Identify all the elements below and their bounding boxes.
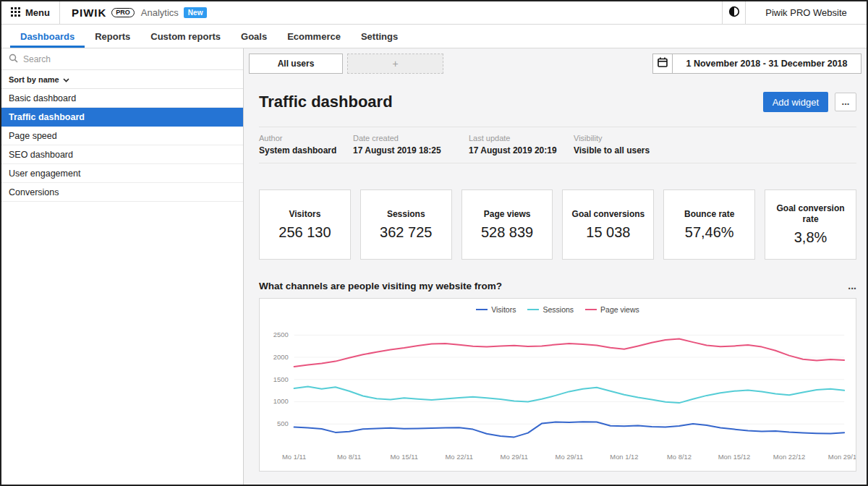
meta-value: System dashboard xyxy=(259,145,353,155)
dashboard-header: Traffic dashboard Add widget ... xyxy=(259,92,856,112)
sort-label: Sort by name xyxy=(9,75,59,84)
kpi-label: Goal conversions xyxy=(572,209,645,220)
meta-label: Author xyxy=(259,134,353,142)
kpi-card-bounce-rate: Bounce rate 57,46% xyxy=(663,189,755,260)
kpi-cards: Visitors 256 130 Sessions 362 725 Page v… xyxy=(259,189,856,260)
svg-text:Mo 29/11: Mo 29/11 xyxy=(556,453,584,461)
svg-text:2500: 2500 xyxy=(273,331,289,338)
tab-dashboards[interactable]: Dashboards xyxy=(10,25,85,48)
tab-custom-reports[interactable]: Custom reports xyxy=(140,25,231,48)
menu-grid-icon xyxy=(11,7,20,19)
legend-swatch xyxy=(527,309,539,310)
menu-button[interactable]: Menu xyxy=(1,1,60,24)
kpi-card-goal-conversion-rate: Goal conversion rate 3,8% xyxy=(765,189,856,260)
segment-toolbar: All users + 1 November 2018 - 31 Decembe… xyxy=(249,54,861,74)
channels-chart-widget: VisitorsSessionsPage views 5001000150020… xyxy=(259,298,856,472)
kpi-label: Sessions xyxy=(387,209,425,220)
meta-label: Last update xyxy=(469,134,574,142)
kpi-card-page-views: Page views 528 839 xyxy=(461,189,553,260)
legend-swatch xyxy=(476,309,488,310)
kpi-label: Goal conversion rate xyxy=(773,203,848,225)
meta-value: 17 August 2019 18:25 xyxy=(353,145,469,155)
menu-label: Menu xyxy=(25,7,50,18)
svg-text:Mo 1/11: Mo 1/11 xyxy=(282,453,306,461)
svg-text:1500: 1500 xyxy=(273,375,289,383)
svg-text:Mon 15/12: Mon 15/12 xyxy=(718,453,751,461)
legend-swatch xyxy=(585,309,597,310)
svg-text:1000: 1000 xyxy=(273,397,289,405)
search-icon xyxy=(9,53,18,66)
kpi-label: Bounce rate xyxy=(684,209,734,220)
legend-item-page-views[interactable]: Page views xyxy=(585,305,639,314)
svg-text:500: 500 xyxy=(277,419,289,427)
line-chart-canvas[interactable]: 5001000150020002500Mo 1/11Mo 8/11Mo 15/1… xyxy=(260,320,856,465)
meta-value: 17 August 2019 20:19 xyxy=(469,145,574,155)
chart-legend: VisitorsSessionsPage views xyxy=(260,299,856,320)
sidebar-item-conversions[interactable]: Conversions xyxy=(1,183,243,202)
globe-icon xyxy=(728,6,740,20)
sidebar-search xyxy=(1,48,243,70)
sidebar-item-basic-dashboard[interactable]: Basic dashboard xyxy=(1,89,243,108)
dashboard-more-button[interactable]: ... xyxy=(835,93,856,111)
kpi-value: 3,8% xyxy=(794,229,827,246)
kpi-value: 15 038 xyxy=(586,224,630,241)
kpi-label: Page views xyxy=(484,209,531,220)
chart-more-button[interactable]: ... xyxy=(848,280,856,291)
main-nav: Dashboards Reports Custom reports Goals … xyxy=(1,25,867,48)
meta-value: Visible to all users xyxy=(574,145,650,155)
tab-goals[interactable]: Goals xyxy=(231,25,277,48)
kpi-label: Visitors xyxy=(289,209,321,220)
date-range-picker[interactable]: 1 November 2018 - 31 December 2018 xyxy=(672,54,861,74)
dashboard-list: Basic dashboard Traffic dashboard Page s… xyxy=(1,89,243,202)
brand-pro-badge: PRO xyxy=(111,8,135,17)
kpi-card-sessions: Sessions 362 725 xyxy=(360,189,452,260)
tab-settings[interactable]: Settings xyxy=(351,25,408,48)
sidebar-item-user-engagement[interactable]: User engagement xyxy=(1,164,243,183)
svg-text:Mon 29/12: Mon 29/12 xyxy=(828,453,856,461)
calendar-button[interactable] xyxy=(652,54,673,74)
top-bar: Menu PIWIK PRO Analytics New Piwik PRO W… xyxy=(1,1,867,25)
chart-section-title: What channels are people visiting my web… xyxy=(259,281,502,291)
piwik-logo: PIWIK PRO Analytics New xyxy=(60,1,207,24)
chevron-down-icon xyxy=(63,75,69,84)
meta-label: Date created xyxy=(353,134,469,142)
tab-reports[interactable]: Reports xyxy=(85,25,140,48)
sort-by-name-control[interactable]: Sort by name xyxy=(1,70,243,89)
meta-label: Visibility xyxy=(574,134,650,142)
chart-section-header: What channels are people visiting my web… xyxy=(259,280,856,291)
new-badge: New xyxy=(184,7,208,18)
sidebar-item-seo-dashboard[interactable]: SEO dashboard xyxy=(1,145,243,164)
calendar-icon xyxy=(658,57,668,70)
legend-item-sessions[interactable]: Sessions xyxy=(527,305,574,314)
sidebar-item-traffic-dashboard[interactable]: Traffic dashboard xyxy=(1,108,243,127)
kpi-card-visitors: Visitors 256 130 xyxy=(259,189,351,260)
website-selector[interactable]: Piwik PRO Website xyxy=(745,1,867,24)
kpi-card-goal-conversions: Goal conversions 15 038 xyxy=(562,189,654,260)
svg-text:Mo 15/11: Mo 15/11 xyxy=(390,453,418,461)
kpi-value: 362 725 xyxy=(380,224,432,241)
kpi-value: 256 130 xyxy=(278,224,331,241)
main-content: All users + 1 November 2018 - 31 Decembe… xyxy=(244,48,867,485)
website-globe-button[interactable] xyxy=(722,1,745,24)
dashboard-meta: Author System dashboard Date created 17 … xyxy=(259,127,856,163)
search-input[interactable] xyxy=(23,54,236,64)
svg-text:Mo 22/11: Mo 22/11 xyxy=(446,453,474,461)
tab-ecommerce[interactable]: Ecommerce xyxy=(277,25,351,48)
dashboards-sidebar: Sort by name Basic dashboard Traffic das… xyxy=(1,48,244,485)
sidebar-item-page-speed[interactable]: Page speed xyxy=(1,127,243,145)
segment-all-users-button[interactable]: All users xyxy=(249,54,343,74)
legend-item-visitors[interactable]: Visitors xyxy=(476,305,516,314)
svg-text:Mon 1/12: Mon 1/12 xyxy=(610,453,638,461)
kpi-value: 57,46% xyxy=(685,224,734,241)
svg-text:Mo 8/11: Mo 8/11 xyxy=(337,453,361,461)
brand-name: PIWIK xyxy=(72,7,106,19)
kpi-value: 528 839 xyxy=(481,224,533,241)
svg-text:Mo 29/11: Mo 29/11 xyxy=(501,453,529,461)
product-name: Analytics xyxy=(141,7,179,18)
svg-text:2000: 2000 xyxy=(273,353,289,361)
page-title: Traffic dashboard xyxy=(259,93,393,111)
svg-text:Mo 8/12: Mo 8/12 xyxy=(667,453,692,461)
add-widget-button[interactable]: Add widget xyxy=(763,92,828,112)
add-segment-button[interactable]: + xyxy=(347,54,443,74)
app-window: Menu PIWIK PRO Analytics New Piwik PRO W… xyxy=(0,0,868,486)
